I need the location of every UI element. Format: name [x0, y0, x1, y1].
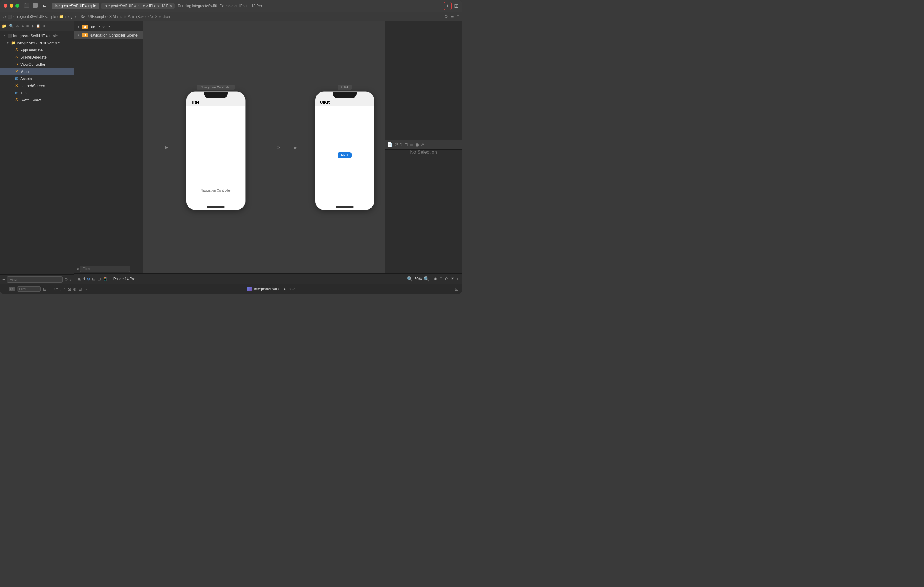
- inspector-size-icon[interactable]: ☰: [409, 142, 414, 147]
- uikit-phone[interactable]: UIKit Next: [315, 91, 375, 210]
- forward-button[interactable]: ›: [5, 14, 6, 19]
- add-file-icon[interactable]: +: [2, 277, 5, 282]
- scene-filter-bar: ⊕: [74, 264, 143, 273]
- canvas-zoom-fit-icon[interactable]: ⊡: [97, 276, 101, 281]
- nav-controller-scene-item[interactable]: ▶ ⊞ Navigation Controller Scene: [74, 31, 143, 39]
- report-icon[interactable]: 📋: [36, 24, 40, 28]
- git-icon[interactable]: ⊠: [43, 24, 45, 28]
- title-bar: ⬛ ▶ IntegreateSwiftUIExample IntegreateS…: [0, 0, 462, 12]
- sort-icon[interactable]: ↕: [70, 277, 72, 282]
- breadcrumb-item-3[interactable]: 📁 IntegreateSwiftUIExample: [59, 15, 106, 19]
- download-icon[interactable]: ↓: [457, 276, 459, 281]
- segue-circle[interactable]: [277, 146, 279, 149]
- status-icon-4[interactable]: ↓: [60, 287, 62, 291]
- segue-line: [264, 147, 276, 148]
- launch-screen-icon: ✕: [14, 83, 19, 88]
- canvas-info-icon[interactable]: ℹ: [83, 276, 85, 281]
- status-icon-2[interactable]: ⏸: [48, 287, 53, 291]
- refresh-icon[interactable]: ⟳: [445, 14, 448, 19]
- canvas-record-icon[interactable]: ⊙: [87, 276, 90, 281]
- inspector-help-icon[interactable]: ?: [400, 142, 403, 147]
- run-button[interactable]: ▶: [41, 3, 47, 9]
- canvas-area[interactable]: ▶ Navigation Controller Title: [143, 21, 384, 273]
- group-folder-item[interactable]: ▼ 📁 IntegreateS...tUIExample: [0, 39, 74, 46]
- nav-controller-phone[interactable]: Title Navigation Controller: [186, 91, 246, 210]
- project-root-item[interactable]: ▼ ⬛ IntegreateSwiftUIExample: [0, 32, 74, 39]
- maximize-button[interactable]: [15, 4, 19, 8]
- status-icon-6[interactable]: ⊠: [68, 287, 71, 291]
- bottom-filter-input[interactable]: [17, 286, 41, 292]
- tab-main[interactable]: IntegreateSwiftUIExample: [52, 3, 99, 9]
- minimize-button[interactable]: [10, 4, 13, 8]
- layout-toggle-icon[interactable]: ⊞: [454, 3, 459, 9]
- scene-filter-input[interactable]: [80, 266, 130, 272]
- debug-icon[interactable]: ⊕: [26, 24, 29, 28]
- device-bezels-icon[interactable]: ⊞: [439, 276, 443, 281]
- inspector-file-icon[interactable]: 📄: [387, 142, 392, 147]
- editor-inner: ▶ ⊞ UIKit Scene ▶ ⊞ Navigation Controlle…: [74, 21, 462, 273]
- breadcrumb-item-2[interactable]: IntegreateSwiftUIExample: [15, 15, 56, 19]
- editor-options-icon[interactable]: ☰: [450, 14, 454, 19]
- inspector-lib-icon[interactable]: ↗: [421, 142, 424, 147]
- launch-screen-item[interactable]: ✕ LaunchScreen: [0, 82, 74, 89]
- tab-device[interactable]: IntegreateSwiftUIExample > iPhone 13 Pro: [101, 3, 175, 9]
- status-add-icon[interactable]: +: [3, 286, 6, 292]
- dark-mode-icon[interactable]: ☀: [451, 276, 454, 281]
- inspector-toggle-icon[interactable]: ⊡: [456, 14, 460, 19]
- breadcrumb-item-4[interactable]: ✕ Main: [109, 15, 120, 19]
- run-info-label: Running IntegreateSwiftUIExample on iPho…: [178, 4, 262, 8]
- status-right-icon[interactable]: ⊡: [455, 287, 459, 291]
- back-button[interactable]: ‹: [2, 14, 3, 19]
- canvas-view-icon[interactable]: ⊞: [78, 276, 82, 281]
- add-button[interactable]: +: [444, 2, 452, 10]
- breakpoint-icon[interactable]: ◆: [31, 24, 34, 28]
- inspector-connect-icon[interactable]: ◉: [415, 142, 419, 147]
- search-nav-icon[interactable]: 🔍: [9, 24, 14, 28]
- safe-area-icon[interactable]: ⊕: [434, 276, 437, 281]
- zoom-in-button[interactable]: 🔍: [424, 276, 429, 281]
- breadcrumb-item-5[interactable]: ✕ Main (Base): [124, 15, 147, 19]
- assets-item[interactable]: ⊞ Assets: [0, 75, 74, 82]
- zoom-out-button[interactable]: 🔍: [407, 276, 412, 281]
- sidebar-toggle-icon[interactable]: ⬛: [24, 3, 29, 9]
- inspector-panel: 📄 ⏱ ? ⊞ ☰ ◉ ↗ No Selection: [384, 21, 462, 273]
- status-icon-7[interactable]: ⊕: [73, 287, 76, 291]
- breadcrumb-item-1[interactable]: ⬛: [7, 15, 12, 19]
- swiftui-view-item[interactable]: S SwiftUIView: [0, 96, 74, 104]
- status-filter-badge[interactable]: ⊙: [8, 287, 15, 291]
- status-icon-1[interactable]: ⊞: [43, 287, 47, 291]
- file-nav-icon[interactable]: 📁: [2, 24, 7, 28]
- info-item[interactable]: ⊞ Info: [0, 89, 74, 96]
- inspector-attr-icon[interactable]: ⊞: [404, 142, 408, 147]
- launch-screen-label: LaunchScreen: [20, 84, 45, 88]
- nav-phone-title: Title: [191, 100, 200, 105]
- app-delegate-item[interactable]: S AppDelegate: [0, 46, 74, 54]
- sidebar-filter-input[interactable]: [7, 276, 63, 283]
- filter-options-icon[interactable]: ⊕: [64, 277, 68, 282]
- status-center: IntegreateSwiftUIExample: [90, 287, 452, 291]
- entry-line: [153, 147, 165, 148]
- orientation-icon[interactable]: ⟳: [445, 276, 448, 281]
- test-icon[interactable]: ◈: [21, 24, 24, 28]
- close-button[interactable]: [3, 4, 7, 8]
- main-storyboard-item[interactable]: ✕ Main: [0, 68, 74, 75]
- nav-phone-notch: [204, 92, 228, 98]
- inspector-clock-icon[interactable]: ⏱: [394, 142, 398, 147]
- status-icon-3[interactable]: ⟳: [54, 287, 58, 291]
- warning-icon[interactable]: ⚠: [16, 24, 19, 28]
- swiftui-view-label: SwiftUIView: [20, 98, 41, 102]
- home-bar-line-1: [207, 206, 225, 207]
- next-button[interactable]: Next: [338, 152, 351, 158]
- scene-outline: ▶ ⊞ UIKit Scene ▶ ⊞ Navigation Controlle…: [74, 21, 143, 273]
- canvas-phone-icon[interactable]: 📱: [103, 276, 108, 281]
- status-icon-9[interactable]: →: [84, 287, 88, 291]
- status-icon-8[interactable]: ⊞: [78, 287, 82, 291]
- status-icon-5[interactable]: ↑: [64, 287, 66, 291]
- uikit-scene-item[interactable]: ▶ ⊞ UIKit Scene: [74, 23, 143, 31]
- view-controller-item[interactable]: S ViewController: [0, 61, 74, 68]
- scene-delegate-item[interactable]: S SceneDelegate: [0, 54, 74, 61]
- breadcrumb-item-6: No Selection: [150, 15, 170, 19]
- canvas-fit-icon[interactable]: ⊟: [92, 276, 96, 281]
- stop-button[interactable]: [33, 3, 38, 8]
- project-icon: ⬛: [7, 33, 12, 38]
